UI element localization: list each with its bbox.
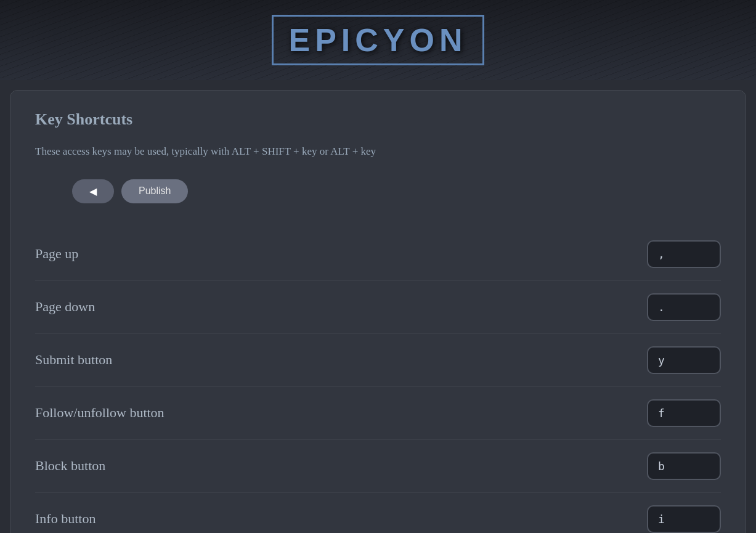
shortcut-row: Info buttoni xyxy=(35,493,721,534)
publish-button[interactable]: Publish xyxy=(121,179,188,203)
shortcut-label: Follow/unfollow button xyxy=(35,405,165,421)
shortcuts-list: Page up,Page down.Submit buttonyFollow/u… xyxy=(35,228,721,534)
button-row: ◀ Publish xyxy=(35,179,721,203)
shortcut-row: Page down. xyxy=(35,281,721,334)
back-button[interactable]: ◀ xyxy=(72,179,114,203)
shortcut-row: Page up, xyxy=(35,228,721,281)
shortcut-label: Block button xyxy=(35,458,105,474)
main-container: Key Shortcuts These access keys may be u… xyxy=(10,90,746,533)
shortcut-key: b xyxy=(647,452,721,480)
header: EPICYON xyxy=(0,0,756,80)
shortcut-key: f xyxy=(647,399,721,427)
shortcut-key: . xyxy=(647,293,721,321)
page-heading: Key Shortcuts xyxy=(35,110,721,129)
shortcut-row: Submit buttony xyxy=(35,334,721,387)
description-text: These access keys may be used, typically… xyxy=(35,144,721,160)
shortcut-label: Page up xyxy=(35,246,78,262)
shortcut-key: i xyxy=(647,505,721,533)
shortcut-label: Page down xyxy=(35,299,95,315)
site-title: EPICYON xyxy=(272,15,484,65)
shortcut-row: Follow/unfollow buttonf xyxy=(35,387,721,440)
shortcut-key: y xyxy=(647,346,721,374)
shortcut-row: Block buttonb xyxy=(35,440,721,493)
shortcut-label: Submit button xyxy=(35,352,112,368)
shortcut-label: Info button xyxy=(35,511,96,527)
shortcut-key: , xyxy=(647,240,721,268)
